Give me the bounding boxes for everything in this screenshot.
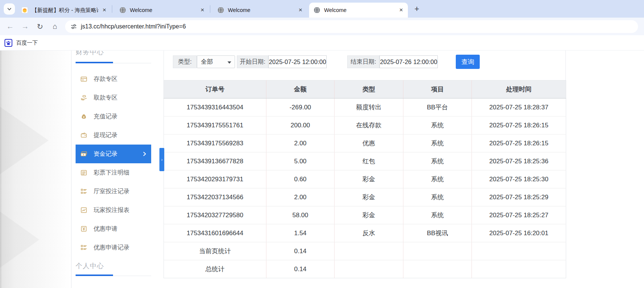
tabs-container: 【新提醒】积分 - 海燕策略论坛×Welcome×Welcome×Welcome…: [15, 0, 408, 18]
tab-title: Welcome: [228, 7, 294, 13]
home-button[interactable]: ⌂: [49, 20, 61, 33]
sidebar-item[interactable]: 优惠申请: [76, 219, 151, 238]
globe-icon: [217, 7, 224, 13]
decorative-triangle: [0, 212, 39, 268]
table-cell: 2025-07-25 16:20:01: [472, 224, 566, 242]
reload-button[interactable]: ↻: [34, 20, 46, 33]
search-button[interactable]: 查询: [456, 55, 480, 69]
table-cell: 1753420327729580: [164, 206, 266, 224]
table-cell: 1753422037134566: [164, 188, 266, 206]
table-cell: 系统: [403, 188, 472, 206]
sidebar-item[interactable]: 优惠申请记录: [76, 238, 151, 257]
tab-close-button[interactable]: ×: [101, 6, 108, 14]
table-cell: 0.60: [266, 170, 335, 188]
baidu-paw-icon: [4, 39, 12, 47]
sidebar-item-label: 充值记录: [94, 113, 117, 121]
table-cell: 2025-07-25 18:26:15: [472, 116, 566, 134]
funds-record-icon: [80, 150, 88, 158]
table-cell: 1753439175569283: [164, 134, 266, 152]
globe-icon: [119, 7, 126, 13]
sidebar-item[interactable]: 玩家投注报表: [76, 201, 151, 219]
tab-close-button[interactable]: ×: [297, 6, 304, 14]
table-cell: 1.54: [266, 224, 335, 242]
chevron-down-icon: [228, 61, 231, 64]
sidebar-item[interactable]: 彩票下注明细: [76, 163, 151, 182]
table-cell: [335, 242, 403, 260]
sidebar-item[interactable]: 厅室投注记录: [76, 182, 151, 201]
browser-tab-strip: 【新提醒】积分 - 海燕策略论坛×Welcome×Welcome×Welcome…: [0, 0, 644, 18]
table-cell: 彩金: [335, 206, 403, 224]
table-cell: 0.14: [266, 260, 335, 278]
tab-separator: [112, 5, 112, 13]
table-cell: 1753439136677828: [164, 152, 266, 170]
table-row: 总统计0.14: [164, 260, 566, 278]
new-tab-button[interactable]: +: [412, 4, 422, 14]
start-date-input[interactable]: [268, 55, 327, 68]
end-date-input[interactable]: [379, 55, 438, 68]
deposit-icon: [80, 75, 88, 83]
table-cell: 系统: [403, 116, 472, 134]
end-date-label: 结束日期:: [347, 55, 379, 68]
sidebar-item[interactable]: 提现记录: [76, 126, 151, 145]
table-cell: 额度转出: [335, 98, 403, 116]
table-row: 175342032772958058.00彩金系统2025-07-25 18:2…: [164, 206, 566, 224]
panel-toggle-handle[interactable]: ›: [159, 148, 164, 171]
section-title: 财务中心: [76, 51, 151, 56]
sidebar-item[interactable]: 资金记录: [76, 145, 151, 163]
table-cell: 1753439316443504: [164, 98, 266, 116]
table-cell: 总统计: [164, 260, 266, 278]
table-cell: BB视讯: [403, 224, 472, 242]
table-row: 当前页统计0.14: [164, 242, 566, 260]
promo-apply-icon: [80, 225, 88, 233]
table-cell: [335, 260, 403, 278]
sidebar-item[interactable]: 存款专区: [76, 70, 151, 88]
table-row: 17534316016966441.54反水BB视讯2025-07-25 16:…: [164, 224, 566, 242]
sidebar-item[interactable]: 取款专区: [76, 88, 151, 107]
browser-tab[interactable]: 【新提醒】积分 - 海燕策略论坛×: [17, 3, 111, 18]
type-select[interactable]: 全部: [197, 55, 235, 68]
start-date-label: 开始日期:: [237, 55, 268, 68]
section-underline: [76, 276, 151, 276]
table-cell: [403, 242, 472, 260]
table-header-cell: 订单号: [164, 81, 266, 98]
browser-toolbar: ← → ↻ ⌂ js13.cc/hhcp/usercenter.html?ini…: [0, 18, 644, 35]
chevron-right-icon: [141, 151, 147, 157]
table-cell: 系统: [403, 206, 472, 224]
decorative-band: [0, 51, 71, 288]
tab-separator: [210, 5, 210, 13]
bookmark-baidu[interactable]: 百度一下: [4, 39, 38, 47]
tab-close-button[interactable]: ×: [397, 6, 405, 14]
globe-icon: [314, 7, 320, 13]
sidebar-item[interactable]: 充值记录: [76, 107, 151, 126]
table-row: 17534202931797310.60彩金系统2025-07-25 18:25…: [164, 170, 566, 188]
forward-button[interactable]: →: [19, 20, 31, 33]
chevron-down-icon: [6, 6, 12, 12]
table-cell: 200.00: [266, 116, 335, 134]
table-cell: 在线存款: [335, 116, 403, 134]
table-cell: 2025-07-25 18:25:36: [472, 152, 566, 170]
tab-title: 【新提醒】积分 - 海燕策略论坛: [32, 7, 98, 14]
table-cell: [472, 242, 566, 260]
table-cell: 优惠: [335, 134, 403, 152]
browser-tab[interactable]: Welcome×: [213, 3, 307, 18]
browser-tab[interactable]: Welcome×: [115, 3, 209, 18]
table-cell: 2.00: [266, 188, 335, 206]
recharge-record-icon: [80, 113, 88, 120]
player-report-icon: [80, 206, 88, 214]
back-button[interactable]: ←: [4, 20, 16, 33]
tab-close-button[interactable]: ×: [199, 6, 206, 14]
tab-search-button[interactable]: [4, 3, 15, 15]
address-bar[interactable]: js13.cc/hhcp/usercenter.html?iniType=6: [65, 20, 638, 33]
table-header-row: 订单号金额类型项目处理时间: [164, 81, 566, 98]
sidebar-section-personal: 个人中心: [76, 261, 104, 270]
hall-bet-icon: [80, 188, 88, 195]
sidebar-item-label: 提现记录: [94, 131, 117, 139]
lottery-detail-icon: [80, 169, 88, 176]
table-header-cell: 处理时间: [472, 81, 566, 98]
sidebar-item-label: 取款专区: [94, 94, 117, 102]
site-settings-icon[interactable]: [70, 23, 77, 30]
browser-tab[interactable]: Welcome×: [309, 3, 408, 18]
table-cell: 2025-07-25 18:28:37: [472, 98, 566, 116]
table-cell: 1753420293179731: [164, 170, 266, 188]
section-underline: [76, 63, 151, 63]
